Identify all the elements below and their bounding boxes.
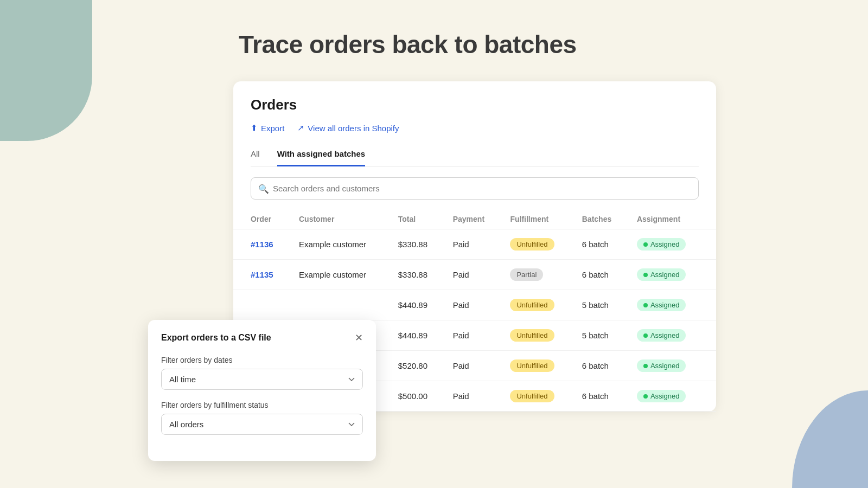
search-wrapper: 🔍 [251, 177, 699, 200]
cell-payment: Paid [444, 320, 502, 351]
cell-batches: 6 batch [573, 229, 628, 260]
view-shopify-link[interactable]: ↗ View all orders in Shopify [297, 123, 399, 133]
assignment-badge: Assigned [637, 329, 686, 342]
col-payment: Payment [444, 209, 502, 229]
view-shopify-label: View all orders in Shopify [308, 124, 399, 133]
cell-total: $330.88 [390, 260, 444, 290]
search-icon: 🔍 [258, 183, 269, 194]
cell-fulfillment: Unfulfilled [501, 381, 573, 412]
cell-total: $500.00 [390, 381, 444, 412]
cell-order: #1136 [233, 229, 290, 260]
assignment-badge: Assigned [637, 238, 686, 251]
filter-fulfillment-label: Filter orders by fulfillment status [161, 401, 363, 409]
cell-total: $440.89 [390, 320, 444, 351]
table-row: $440.89PaidUnfulfilled5 batchAssigned [233, 290, 716, 320]
order-number-link[interactable]: #1136 [251, 240, 273, 249]
cell-assignment: Assigned [628, 381, 716, 412]
assignment-badge: Assigned [637, 299, 686, 311]
col-total: Total [390, 209, 444, 229]
fulfillment-badge: Unfulfilled [510, 390, 554, 402]
fulfillment-badge: Unfulfilled [510, 238, 554, 251]
cell-assignment: Assigned [628, 320, 716, 351]
cell-total: $520.80 [390, 351, 444, 381]
cell-payment: Paid [444, 290, 502, 320]
decorative-blob-teal [0, 0, 92, 141]
table-row: #1136Example customer$330.88PaidUnfulfil… [233, 229, 716, 260]
cell-customer: Example customer [290, 260, 390, 290]
col-customer: Customer [290, 209, 390, 229]
cell-batches: 6 batch [573, 351, 628, 381]
orders-actions: ⬆ Export ↗ View all orders in Shopify [251, 123, 699, 133]
assignment-badge: Assigned [637, 268, 686, 281]
cell-assignment: Assigned [628, 351, 716, 381]
cell-assignment: Assigned [628, 229, 716, 260]
export-label: Export [261, 124, 284, 133]
filter-dates-label: Filter orders by dates [161, 356, 363, 364]
filter-fulfillment-select[interactable]: All ordersUnfulfilledFulfilledPartial [161, 414, 363, 435]
cell-batches: 6 batch [573, 260, 628, 290]
fulfillment-badge: Unfulfilled [510, 329, 554, 342]
cell-fulfillment: Unfulfilled [501, 320, 573, 351]
col-assignment: Assignment [628, 209, 716, 229]
cell-customer: Example customer [290, 229, 390, 260]
modal-header: Export orders to a CSV file ✕ [161, 333, 363, 343]
cell-total: $330.88 [390, 229, 444, 260]
search-input[interactable] [251, 177, 699, 200]
cell-order: #1135 [233, 260, 290, 290]
cell-batches: 5 batch [573, 320, 628, 351]
export-link[interactable]: ⬆ Export [251, 123, 284, 133]
col-fulfillment: Fulfillment [501, 209, 573, 229]
modal-title: Export orders to a CSV file [161, 333, 271, 343]
cell-fulfillment: Unfulfilled [501, 351, 573, 381]
table-header-row: Order Customer Total Payment Fulfillment… [233, 209, 716, 229]
assignment-badge: Assigned [637, 390, 686, 402]
cell-payment: Paid [444, 351, 502, 381]
fulfillment-badge: Partial [510, 268, 543, 281]
cell-fulfillment: Unfulfilled [501, 229, 573, 260]
cell-payment: Paid [444, 381, 502, 412]
export-modal: Export orders to a CSV file ✕ Filter ord… [148, 320, 376, 461]
tabs: All With assigned batches [251, 144, 699, 166]
cell-order [233, 290, 290, 320]
cell-assignment: Assigned [628, 290, 716, 320]
decorative-blob-blue [792, 390, 868, 488]
filter-dates-select[interactable]: All timeLast 30 daysLast 90 daysThis yea… [161, 369, 363, 390]
cell-batches: 5 batch [573, 290, 628, 320]
col-order: Order [233, 209, 290, 229]
table-row: #1135Example customer$330.88PaidPartial6… [233, 260, 716, 290]
cell-batches: 6 batch [573, 381, 628, 412]
page-title: Trace orders back to batches [239, 30, 577, 59]
cell-payment: Paid [444, 229, 502, 260]
tab-with-assigned-batches[interactable]: With assigned batches [277, 144, 365, 166]
cell-fulfillment: Unfulfilled [501, 290, 573, 320]
export-icon: ⬆ [251, 123, 258, 133]
cell-assignment: Assigned [628, 260, 716, 290]
orders-panel-title: Orders [251, 97, 699, 113]
cell-payment: Paid [444, 260, 502, 290]
modal-close-button[interactable]: ✕ [355, 333, 363, 343]
order-number-link[interactable]: #1135 [251, 270, 273, 279]
cell-customer [290, 290, 390, 320]
fulfillment-badge: Unfulfilled [510, 299, 554, 311]
external-link-icon: ↗ [297, 123, 304, 133]
fulfillment-badge: Unfulfilled [510, 359, 554, 372]
assignment-badge: Assigned [637, 359, 686, 372]
col-batches: Batches [573, 209, 628, 229]
cell-total: $440.89 [390, 290, 444, 320]
cell-fulfillment: Partial [501, 260, 573, 290]
tab-all[interactable]: All [251, 144, 260, 166]
